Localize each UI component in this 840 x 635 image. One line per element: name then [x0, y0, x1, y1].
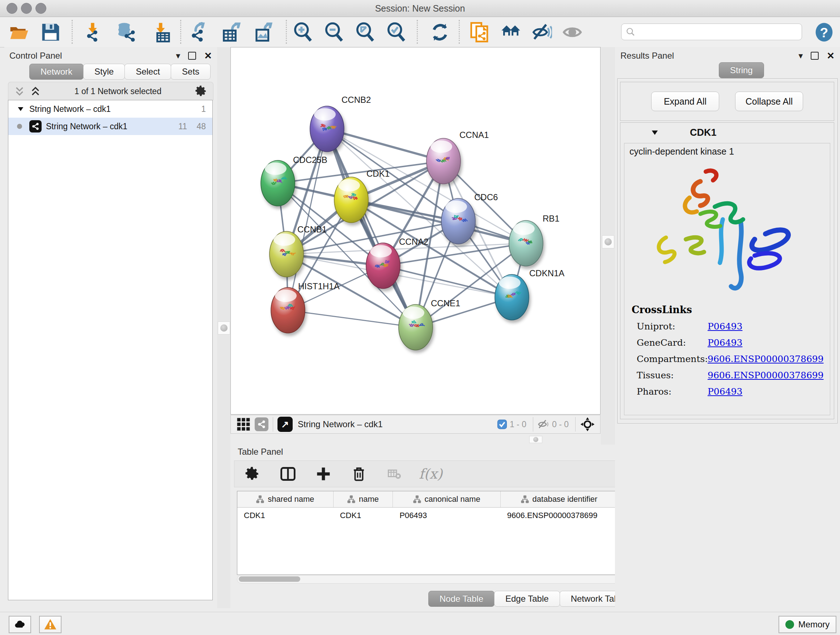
column-header-database-identifier[interactable]: database identifier — [501, 491, 618, 507]
right-splitter-grip[interactable] — [602, 235, 614, 249]
help-button[interactable]: ? — [813, 21, 835, 43]
crosslink-link[interactable]: 9606.ENSP00000378699 — [707, 354, 824, 364]
node-CCNA1[interactable] — [426, 138, 461, 184]
table-cell[interactable]: CDK1 — [333, 508, 393, 524]
collection-expand-arrow-icon[interactable] — [17, 105, 24, 112]
tab-network[interactable]: Network — [29, 64, 84, 80]
column-header-shared-name[interactable]: shared name — [237, 491, 333, 507]
node-CCNE1[interactable] — [399, 304, 433, 350]
import-table-button[interactable] — [150, 21, 172, 43]
search-input[interactable] — [638, 27, 795, 37]
column-header-canonical-name[interactable]: canonical name — [393, 491, 500, 507]
edge-HIST1H1A-CCNE1[interactable] — [288, 310, 416, 327]
cdk1-entry-header[interactable]: CDK1 — [621, 123, 834, 142]
control-panel-tabs: Network Style Select Sets — [30, 64, 210, 80]
zoom-fit-button[interactable] — [355, 21, 376, 43]
crosslink-link[interactable]: P06493 — [707, 386, 742, 397]
export-image-button[interactable] — [253, 21, 275, 43]
table-cell[interactable]: P06493 — [393, 508, 500, 524]
view-toolbar-separator — [533, 417, 533, 432]
selected-checkbox-icon[interactable] — [497, 419, 508, 430]
network-collection-row[interactable]: String Network – cdk1 1 — [8, 100, 212, 118]
network-options-gear-icon[interactable] — [195, 85, 207, 97]
tab-string-results[interactable]: String — [719, 62, 764, 78]
horizontal-splitter-grip[interactable] — [529, 436, 542, 443]
tab-style[interactable]: Style — [83, 64, 125, 80]
tab-select[interactable]: Select — [125, 64, 171, 80]
show-grid-icon[interactable] — [237, 417, 250, 431]
tab-edge-table[interactable]: Edge Table — [494, 591, 560, 607]
memory-label: Memory — [798, 619, 830, 630]
toolbar-separator — [180, 20, 181, 44]
view-toolbar-separator — [575, 417, 576, 432]
crosslink-row: Pharos:P06493 — [632, 386, 824, 397]
results-panel-collapse-icon[interactable]: ▾ — [798, 51, 803, 60]
hidden-eye-icon[interactable] — [538, 418, 550, 431]
node-CDK1[interactable] — [334, 177, 368, 223]
collapse-all-button[interactable]: Collapse All — [735, 92, 803, 111]
node-CDKN1A[interactable] — [495, 274, 529, 320]
svg-text:?: ? — [820, 25, 829, 40]
left-splitter-grip[interactable] — [218, 321, 230, 334]
apply-layout-button[interactable] — [429, 21, 451, 43]
warnings-button[interactable] — [39, 616, 62, 633]
create-column-plus-icon[interactable] — [313, 463, 334, 485]
crosslink-link[interactable]: P06493 — [707, 321, 742, 332]
entry-collapse-arrow-icon[interactable] — [651, 128, 659, 136]
network-row[interactable]: String Network – cdk1 11 48 — [8, 118, 212, 135]
import-network-from-database-button[interactable] — [115, 21, 137, 43]
network-view-canvas[interactable]: CCNB2CCNA1CDC25BCDK1CDC6RB1CCNB1CCNA2CDK… — [231, 47, 600, 415]
node-CDC25B[interactable] — [261, 160, 295, 206]
table-scrollbar-thumb[interactable] — [239, 576, 300, 582]
table-options-gear-icon[interactable] — [242, 463, 264, 485]
tab-node-table[interactable]: Node Table — [428, 591, 494, 607]
column-header-name[interactable]: name — [333, 491, 393, 507]
collapse-all-networks-icon[interactable] — [14, 86, 25, 97]
results-panel-float-icon[interactable] — [811, 52, 819, 60]
toolbar-separator — [286, 20, 287, 44]
cloud-status-button[interactable] — [9, 616, 31, 633]
expand-all-button[interactable]: Expand All — [651, 92, 719, 111]
export-network-button[interactable] — [188, 21, 210, 43]
node-CCNB1[interactable] — [270, 231, 303, 277]
birds-eye-view-icon[interactable]: ↗ — [278, 417, 293, 432]
zoom-out-button[interactable] — [324, 21, 345, 43]
node-HIST1H1A[interactable] — [271, 287, 305, 333]
edge-CCNB2-CCNE1[interactable] — [327, 129, 416, 327]
table-cell[interactable]: CDK1 — [237, 508, 333, 524]
control-panel-collapse-icon[interactable]: ▾ — [176, 51, 180, 60]
import-network-button[interactable] — [82, 21, 103, 43]
window-title: Session: New Session — [0, 3, 840, 14]
hide-selected-button[interactable] — [531, 21, 553, 43]
node-label-CCNB2: CCNB2 — [341, 95, 371, 105]
table-cell[interactable]: 9606.ENSP00000378699 — [501, 508, 618, 524]
open-session-button[interactable] — [8, 21, 30, 43]
tab-sets[interactable]: Sets — [171, 64, 210, 80]
network-view-toolbar: ↗ String Network – cdk1 1 - 0 0 - 0 — [231, 415, 600, 434]
save-session-button[interactable] — [40, 21, 62, 43]
show-column-selector-icon[interactable] — [277, 463, 299, 485]
node-CCNA2[interactable] — [366, 243, 400, 288]
zoom-selected-button[interactable] — [386, 21, 407, 43]
string-network-graph[interactable]: CCNB2CCNA1CDC25BCDK1CDC6RB1CCNB1CCNA2CDK… — [231, 48, 600, 414]
delete-column-trash-icon[interactable] — [348, 463, 370, 485]
show-all-button[interactable] — [561, 21, 583, 43]
column-type-icon — [347, 495, 355, 503]
crosslinks-heading: CrossLinks — [632, 304, 824, 315]
duplicate-network-button[interactable] — [469, 21, 491, 43]
control-panel-close-icon[interactable]: ✕ — [204, 51, 212, 60]
crosslink-link[interactable]: 9606.ENSP00000378699 — [707, 370, 824, 380]
results-panel-close-icon[interactable]: ✕ — [827, 51, 835, 60]
first-neighbors-button[interactable] — [500, 21, 522, 43]
node-CDC6[interactable] — [441, 198, 475, 244]
expand-all-networks-icon[interactable] — [30, 86, 41, 97]
memory-button[interactable]: Memory — [778, 616, 836, 633]
left-splitter[interactable] — [217, 47, 231, 608]
fit-selected-crosshair-icon[interactable] — [580, 417, 595, 432]
node-RB1[interactable] — [509, 220, 543, 266]
crosslink-link[interactable]: P06493 — [707, 337, 742, 348]
export-table-button[interactable] — [221, 21, 243, 43]
node-CCNB2[interactable] — [310, 106, 344, 152]
control-panel-float-icon[interactable] — [188, 52, 196, 60]
zoom-in-button[interactable] — [292, 21, 314, 43]
